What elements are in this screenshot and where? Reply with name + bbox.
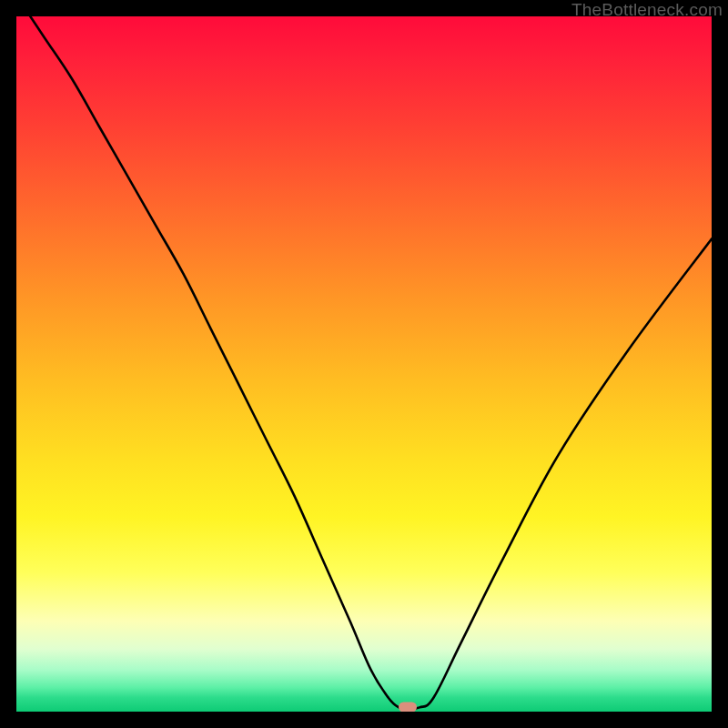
chart-frame: TheBottleneck.com — [0, 0, 728, 728]
plot-area — [16, 16, 712, 712]
optimal-point-marker — [399, 702, 417, 712]
bottleneck-curve — [16, 16, 712, 712]
